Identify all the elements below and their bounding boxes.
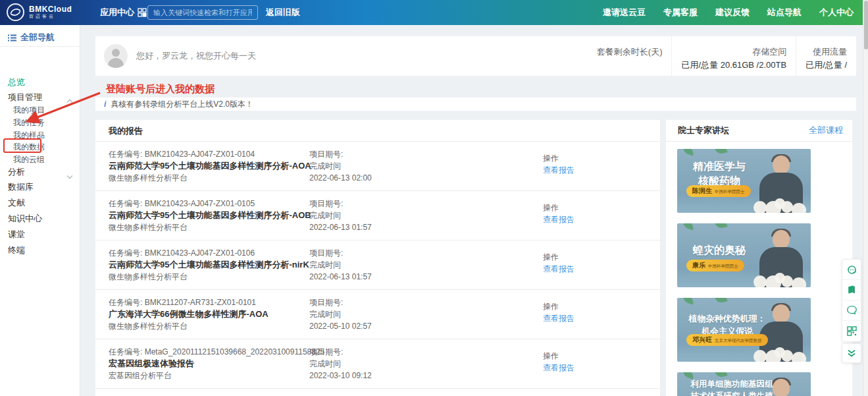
lectures-panel-title: 院士专家讲坛	[678, 125, 729, 136]
qrcode-icon[interactable]	[842, 321, 861, 341]
flowers-decoration	[752, 269, 811, 287]
apps-grid-icon	[138, 8, 147, 17]
speaker-title: 中国科学院院士	[708, 264, 738, 269]
speaker-title: 中国科学院院士	[715, 189, 745, 195]
lecture-card[interactable]: 蝗灾的奥秘 康乐 中国科学院院士	[677, 223, 811, 287]
customer-service-icon[interactable]	[842, 260, 861, 280]
sidebar-item-database[interactable]: 数据库	[8, 181, 34, 193]
announcement-text: 真核有参转录组分析平台上线V2.0版本！	[111, 99, 253, 110]
lecture-title: 蝗灾的奥秘	[680, 243, 759, 258]
tutorial-annotation-text: 登陆账号后进入我的数据	[106, 83, 215, 96]
speaker-name: 康乐	[692, 261, 705, 270]
speaker-badge: 康乐 中国科学院院士	[686, 260, 744, 271]
leaf-decoration	[715, 149, 728, 155]
app-center-button[interactable]: 应用中心	[100, 0, 147, 25]
lecture-card[interactable]: 精准医学与 核酸药物 陈润生 中国科学院院士	[677, 149, 811, 213]
sidebar-item-my-projects[interactable]: 我的项目	[13, 105, 45, 116]
stat-package-days: 套餐剩余时长(天)	[588, 36, 672, 76]
sidebar-item-terminal[interactable]: 终端	[8, 244, 25, 256]
finish-time-value: 2022-06-13 02:00	[309, 172, 543, 184]
finish-time-value: 2022-05-10 02:57	[309, 320, 543, 332]
report-row: 任务编号: BMK211207-AR731-ZX01-0101 广东海洋大学66…	[95, 290, 660, 339]
reports-panel-title: 我的报告	[95, 120, 660, 142]
invite-cloud-beans-link[interactable]: 邀请送云豆	[603, 7, 646, 18]
view-report-link[interactable]: 查看报告	[543, 362, 574, 374]
leaf-decoration	[715, 298, 728, 304]
logo-title: BMKCloud	[29, 5, 72, 14]
sidebar-item-classroom[interactable]: 课堂	[8, 229, 25, 240]
view-report-link[interactable]: 查看报告	[543, 263, 574, 275]
sidebar-group-project-management[interactable]: 项目管理	[8, 92, 42, 103]
lecture-card[interactable]: 利用单细胞功能基因组 技术体系研究人类生殖	[677, 372, 811, 396]
speaker-name: 陈润生	[692, 186, 712, 196]
sidebar-item-knowledge-center[interactable]: 知识中心	[8, 213, 42, 225]
sidebar-item-my-tasks[interactable]: 我的任务	[13, 117, 45, 128]
all-courses-link[interactable]: 全部课程	[809, 125, 843, 136]
stat-traffic: 使用流量 已用/总量 /	[796, 36, 856, 76]
bmkcloud-logo[interactable]: BMKCloud 百迈客云	[7, 3, 72, 21]
report-row: 任务编号: BMK210423-AJ047-ZX01-0104 云南师范大学95…	[95, 142, 660, 191]
menu-list-icon	[8, 34, 16, 42]
sidebar-divider	[0, 46, 80, 47]
all-navigation-button[interactable]: 全部导航	[8, 32, 55, 43]
app-search-input[interactable]	[148, 6, 257, 19]
handbook-icon[interactable]	[842, 280, 861, 300]
logo-subtitle: 百迈客云	[29, 14, 72, 19]
bmkcloud-logo-icon	[7, 3, 24, 21]
report-platform: 宏基因组分析平台	[109, 370, 309, 382]
floating-toolbar	[842, 259, 861, 342]
left-sidebar: 全部导航 总览 项目管理 我的项目 我的任务 我的样品 我的数据 我的云组 分析…	[0, 25, 80, 396]
finish-time-value: 2022-06-13 01:57	[309, 221, 543, 233]
back-to-old-version-button[interactable]: 返回旧版	[266, 0, 300, 25]
feedback-link[interactable]: 建议反馈	[715, 7, 750, 18]
finish-time-value: 2022-03-10 09:12	[309, 370, 543, 382]
site-navigation-link[interactable]: 站点导航	[767, 7, 802, 18]
report-row: 任务编号: MetaG_20201112151039668_2022031009…	[95, 339, 660, 389]
report-title: 云南师范大学95个土壤功能基因多样性测序分析-AOB	[109, 210, 309, 221]
project-number-label: 项目期号:	[309, 148, 543, 160]
sidebar-item-overview[interactable]: 总览	[8, 76, 25, 88]
app-search-box	[147, 5, 258, 20]
task-number: 任务编号: BMK210423-AJ047-ZX01-0106	[109, 247, 309, 259]
sidebar-item-literature[interactable]: 文献	[8, 197, 25, 209]
report-platform: 微生物多样性分析平台	[109, 172, 309, 184]
report-title: 广东海洋大学66例微生物多样性测序-AOA	[109, 308, 309, 320]
task-number: 任务编号: BMK211207-AR731-ZX01-0101	[109, 297, 309, 308]
action-label: 操作	[543, 152, 660, 164]
top-navigation-bar: BMKCloud 百迈客云 应用中心 返回旧版 邀请送云豆 专属客服 建议反馈 …	[0, 0, 868, 25]
account-stats: 套餐剩余时长(天) 存储空间 已用/总量 20.61GB /2.00TB 使用流…	[588, 36, 856, 76]
user-avatar[interactable]	[104, 44, 128, 68]
sidebar-group-analysis[interactable]: 分析	[8, 166, 25, 178]
message-bubble-icon[interactable]	[842, 300, 861, 321]
report-platform: 微生物多样性分析平台	[109, 271, 309, 283]
view-report-link[interactable]: 查看报告	[543, 164, 574, 176]
page-scrollbar[interactable]	[863, 0, 868, 396]
leaf-decoration	[715, 372, 728, 378]
user-greeting: 您好，罗云龙，祝您开心每一天	[136, 36, 256, 76]
info-icon: i	[104, 99, 106, 109]
collapse-toolbar-icon[interactable]	[842, 343, 861, 363]
scrollbar-thumb[interactable]	[864, 1, 868, 49]
dedicated-support-link[interactable]: 专属客服	[663, 7, 698, 18]
announcement-bar: i 真核有参转录组分析平台上线V2.0版本！	[95, 98, 856, 111]
report-title: 宏基因组极速体验报告	[109, 358, 309, 370]
lecture-card[interactable]: 植物杂种优势机理： 机会主义假说 邓兴旺 北京大学现代农学院教授	[677, 298, 811, 362]
chevron-up-icon[interactable]	[68, 95, 72, 107]
task-number: 任务编号: BMK210423-AJ047-ZX01-0104	[109, 148, 309, 160]
report-row: 任务编号: BMK210423-AJ047-ZX01-0105 云南师范大学95…	[95, 191, 660, 240]
sidebar-item-my-samples[interactable]: 我的样品	[13, 130, 45, 141]
chevron-down-icon[interactable]	[68, 169, 72, 181]
view-report-link[interactable]: 查看报告	[543, 213, 574, 225]
speaker-badge: 陈润生 中国科学院院士	[686, 185, 751, 197]
flowers-decoration	[752, 343, 811, 362]
report-row: 任务编号: BMK210423-AJ047-ZX01-0106 云南师范大学95…	[95, 240, 660, 290]
sidebar-item-my-cloud-group[interactable]: 我的云组	[13, 154, 45, 165]
view-report-link[interactable]: 查看报告	[543, 312, 574, 324]
leaf-decoration	[682, 298, 695, 305]
flowers-decoration	[752, 194, 811, 213]
lecture-title: 利用单细胞功能基因组 技术体系研究人类生殖	[682, 378, 781, 396]
personal-center-link[interactable]: 个人中心	[819, 7, 854, 18]
finish-time-value: 2022-06-13 01:57	[309, 271, 543, 283]
report-platform: 微生物多样性分析平台	[109, 221, 309, 233]
sidebar-item-my-data[interactable]: 我的数据	[13, 142, 45, 153]
